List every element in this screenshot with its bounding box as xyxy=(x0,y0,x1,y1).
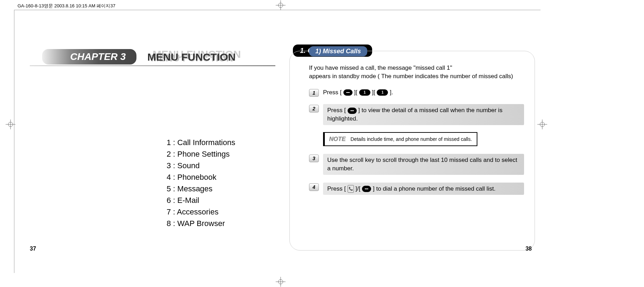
menu-item: 8 : WAP Browser xyxy=(167,218,235,229)
key-1-icon: 1 xyxy=(377,89,388,96)
crop-mark-bottom xyxy=(274,276,288,287)
menu-item: 2 : Phone Settings xyxy=(167,148,235,160)
menu-item: 5 : Messages xyxy=(167,183,235,194)
crop-mark-left xyxy=(5,117,16,131)
step-1: 1 Press [ ][ 1 ][ 1 ]. xyxy=(309,88,524,97)
crop-mark-right xyxy=(537,117,548,131)
step-number-icon: 3 xyxy=(309,155,319,162)
menu-item: 6 : E-Mail xyxy=(167,194,235,206)
header-doc-info: GA-160-8-13영문 2003.8.16 10:15 AM 페이지37 xyxy=(18,3,115,9)
menu-item: 3 : Sound xyxy=(167,160,235,171)
chapter-label: CHAPTER 3 xyxy=(42,49,136,64)
phone-icon: 📞 xyxy=(348,185,354,193)
note-text: Details include time, and phone number o… xyxy=(350,136,472,142)
key-1-icon: 1 xyxy=(359,89,370,96)
left-border xyxy=(14,10,14,273)
content-box: 1) Missed Calls If you have missed a cal… xyxy=(289,51,535,251)
step-3: 3 Use the scroll key to scroll through t… xyxy=(309,154,524,175)
menu-item: 4 : Phonebook xyxy=(167,171,235,183)
menu-button-icon xyxy=(362,186,371,192)
menu-button-icon xyxy=(343,89,353,96)
menu-title: MENU FUNCTION xyxy=(147,51,236,63)
title-underline xyxy=(30,65,275,66)
page-number-left: 37 xyxy=(30,246,36,252)
menu-item: 7 : Accessories xyxy=(167,206,235,218)
step-number-icon: 4 xyxy=(309,183,319,191)
step-2: 2 Press [ ] to view the detail of a miss… xyxy=(309,104,524,125)
intro-text: If you have missed a call, the message "… xyxy=(309,64,524,81)
page-number-right: 38 xyxy=(525,246,532,252)
crop-mark-top xyxy=(274,0,288,11)
sub-section-title: 1) Missed Calls xyxy=(309,46,367,56)
note-box: NOTE Details include time, and phone num… xyxy=(323,132,477,146)
step-4: 4 Press [ 📞 ]/[ ] to dial a phone number… xyxy=(309,183,524,195)
right-page: 1. Call Informations 1) Missed Calls If … xyxy=(289,16,535,261)
note-label-icon: NOTE xyxy=(329,136,346,143)
menu-button-icon xyxy=(348,108,357,114)
step-number-icon: 1 xyxy=(309,89,319,97)
menu-list: 1 : Call Informations 2 : Phone Settings… xyxy=(167,137,235,229)
step-number-icon: 2 xyxy=(309,105,319,112)
menu-item: 1 : Call Informations xyxy=(167,137,235,148)
